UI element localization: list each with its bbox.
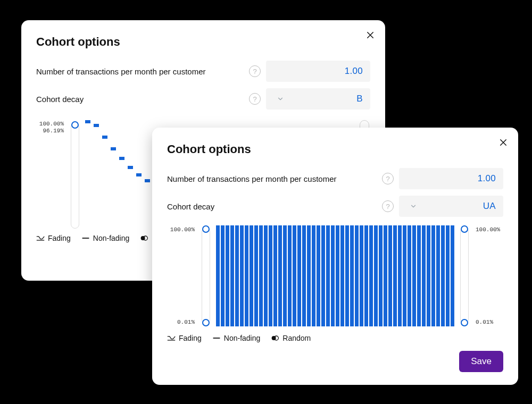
bar xyxy=(250,225,253,326)
random-icon xyxy=(140,234,148,242)
bar xyxy=(417,225,421,326)
y-bottom: 0.01% xyxy=(167,319,195,325)
transactions-row: Number of transactions per month per cus… xyxy=(167,168,503,189)
bar xyxy=(393,225,397,326)
bar xyxy=(317,225,320,326)
legend-nonfading-label: Non-fading xyxy=(93,234,130,242)
y-bottom: 0.01% xyxy=(476,319,503,325)
transactions-field[interactable]: 1.00 xyxy=(266,61,370,82)
fading-icon xyxy=(167,334,176,342)
close-icon[interactable] xyxy=(364,29,377,41)
bar xyxy=(273,225,277,326)
bar xyxy=(297,225,301,326)
slider-handle-top[interactable] xyxy=(461,225,468,233)
decay-chart-b: 100.00% 0.01% 100.00% 0.01% xyxy=(167,225,503,326)
bar xyxy=(269,225,272,326)
bar xyxy=(451,225,454,326)
bar xyxy=(408,225,411,326)
bar xyxy=(264,225,268,326)
legend-fading-label: Fading xyxy=(48,234,71,242)
legend-item-fading[interactable]: Fading xyxy=(167,334,202,342)
decay-tick xyxy=(102,136,107,139)
bar xyxy=(412,225,416,326)
transactions-value: 1.00 xyxy=(478,173,496,184)
bar xyxy=(254,225,258,326)
close-icon[interactable] xyxy=(497,136,510,149)
bar xyxy=(226,225,229,326)
bar xyxy=(245,225,248,326)
transactions-row: Number of transactions per month per cus… xyxy=(36,61,370,82)
panel-title: Cohort options xyxy=(167,142,503,156)
legend-item-nonfading[interactable]: Non-fading xyxy=(81,234,130,242)
transactions-label: Number of transactions per month per cus… xyxy=(36,67,249,76)
bar xyxy=(240,225,244,326)
bar xyxy=(331,225,335,326)
legend-item-random[interactable]: Random xyxy=(271,334,311,342)
bar xyxy=(398,225,402,326)
nonfading-icon xyxy=(212,334,221,342)
left-slider[interactable] xyxy=(69,120,81,226)
save-button[interactable]: Save xyxy=(459,351,503,372)
chevron-down-icon xyxy=(409,201,418,211)
panel-title: Cohort options xyxy=(36,35,370,49)
fading-icon xyxy=(36,234,45,242)
bar-series xyxy=(214,225,456,326)
transactions-label: Number of transactions per month per cus… xyxy=(167,174,382,183)
help-icon[interactable]: ? xyxy=(382,200,394,212)
random-icon xyxy=(271,334,279,342)
help-icon[interactable]: ? xyxy=(249,65,261,77)
legend-fading-label: Fading xyxy=(179,334,202,342)
decay-row: Cohort decay ? UA xyxy=(167,196,503,217)
left-slider[interactable] xyxy=(200,225,212,326)
bar xyxy=(278,225,282,326)
bar xyxy=(384,225,387,326)
bar xyxy=(403,225,406,326)
bar xyxy=(321,225,325,326)
decay-label: Cohort decay xyxy=(36,95,249,104)
y-top: 100.00% xyxy=(167,226,195,233)
decay-value: UA xyxy=(483,201,496,212)
transactions-field[interactable]: 1.00 xyxy=(399,168,503,189)
legend-item-fading[interactable]: Fading xyxy=(36,234,71,242)
bar xyxy=(293,225,296,326)
y-labels-left: 100.00% 96.19% xyxy=(36,120,67,226)
bar xyxy=(345,225,349,326)
help-icon[interactable]: ? xyxy=(382,173,394,184)
y-top: 100.00% xyxy=(36,121,64,128)
slider-handle-top[interactable] xyxy=(202,225,210,233)
decay-label: Cohort decay xyxy=(167,202,382,211)
bar xyxy=(216,225,220,326)
bar xyxy=(283,225,287,326)
transactions-value: 1.00 xyxy=(345,66,363,77)
cohort-options-panel-front: Cohort options Number of transactions pe… xyxy=(152,128,518,385)
bar xyxy=(235,225,239,326)
decay-row: Cohort decay ? B xyxy=(36,88,370,110)
bar xyxy=(374,225,378,326)
slider-handle-bottom[interactable] xyxy=(202,319,210,326)
y-labels-right: 100.00% 0.01% xyxy=(472,225,503,326)
bar xyxy=(441,225,445,326)
bar xyxy=(364,225,368,326)
legend-random-label: Random xyxy=(282,334,311,342)
bar xyxy=(369,225,373,326)
slider-handle-top[interactable] xyxy=(71,121,79,129)
bar xyxy=(221,225,225,326)
bar xyxy=(336,225,339,326)
bar xyxy=(446,225,450,326)
decay-tick xyxy=(119,157,124,160)
bar xyxy=(340,225,344,326)
right-slider[interactable] xyxy=(459,225,470,326)
bar xyxy=(436,225,440,326)
bar xyxy=(350,225,354,326)
decay-tick xyxy=(136,173,142,176)
bar xyxy=(312,225,315,326)
slider-handle-bottom[interactable] xyxy=(461,319,468,326)
y-labels-left: 100.00% 0.01% xyxy=(167,225,198,326)
legend-item-nonfading[interactable]: Non-fading xyxy=(212,334,261,342)
bar xyxy=(360,225,363,326)
decay-select[interactable]: B xyxy=(266,88,370,110)
help-icon[interactable]: ? xyxy=(249,93,261,105)
bar xyxy=(307,225,311,326)
decay-select[interactable]: UA xyxy=(399,196,503,217)
decay-tick xyxy=(94,124,99,127)
